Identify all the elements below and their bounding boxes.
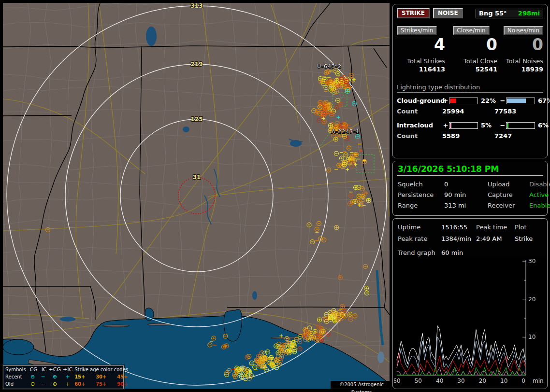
arkansas-louisiana-border	[3, 115, 72, 116]
total-strikes-value: 116413	[397, 66, 445, 73]
cg-count-label: Count	[397, 108, 442, 115]
ic-positive-bar-fill	[450, 123, 451, 128]
lake	[146, 27, 157, 46]
noises-per-min-button[interactable]: Noises/min	[504, 26, 543, 35]
old-ic-pos-icon: +	[61, 380, 72, 388]
svg-text:0: 0	[521, 378, 525, 384]
total-noises-value: 18939	[497, 66, 543, 73]
peak-time-value: 2:49 AM	[476, 235, 515, 242]
legend-col-ic-neg: -IC	[38, 366, 47, 373]
nexstorm-window: 31321912531U-643-2A-2247-1 Symbols -CG -…	[0, 0, 550, 392]
plot-mode-value: Strike	[515, 235, 543, 242]
age-90: 90+	[115, 380, 128, 388]
age-60: 60+	[72, 380, 94, 388]
copyright-notice: ©2005 Astrogenic Systems	[331, 381, 392, 389]
lake	[60, 317, 75, 322]
peak-rate-value: 1384/min	[441, 235, 476, 242]
old-ic-neg-icon: −	[38, 380, 47, 388]
ic-negative-count: 7247	[494, 132, 543, 140]
total-close-label: Total Close	[445, 57, 497, 65]
minus-sign: −	[499, 122, 506, 129]
noises-per-min-value: 0	[497, 36, 543, 54]
bearing-value: Bng 55°	[479, 10, 507, 17]
total-close-value: 52541	[445, 66, 497, 73]
distance-value: 298mi	[518, 10, 540, 17]
trend-window-value: 60 min	[441, 249, 543, 256]
stats-panel: STRIKE NOISE Bng 55° 298mi Strikes/min 4…	[392, 4, 548, 158]
svg-text:min: min	[533, 378, 544, 384]
ic-negative-pct: 6%	[535, 122, 550, 129]
old-cg-pos-icon: ⊕	[47, 380, 61, 388]
strikes-per-min-button[interactable]: Strikes/min	[397, 26, 437, 35]
cg-negative-bar	[506, 98, 535, 104]
ic-negative-bar	[506, 122, 535, 129]
range-ring-label: 219	[190, 61, 203, 68]
barrier-island	[102, 325, 130, 327]
range-ring-label: 313	[190, 3, 203, 9]
range-value: 313 mi	[444, 202, 488, 209]
cg-positive-count: 25994	[442, 108, 494, 115]
svg-text:40: 40	[436, 378, 443, 384]
map-area: 31321912531U-643-2A-2247-1 Symbols -CG -…	[0, 0, 392, 392]
strike-legend: Symbols -CG -IC +CG +IC Strike age color…	[3, 365, 124, 389]
intracloud-label: Intracloud	[397, 122, 442, 129]
peak-rate-label: Peak rate	[398, 235, 441, 242]
legend-row-recent-label: Recent	[3, 373, 26, 380]
upload-label: Upload	[488, 181, 529, 188]
minus-sign: −	[499, 97, 506, 104]
svg-text:30: 30	[457, 378, 464, 384]
age-30: 30+	[94, 373, 115, 380]
lake	[377, 351, 384, 363]
legend-row-old-label: Old	[3, 380, 26, 388]
cg-positive-pct: 22%	[478, 97, 499, 104]
datetime-display: 3/16/2026 5:10:18 PM	[398, 164, 543, 174]
recent-ic-pos-icon: +	[61, 373, 72, 380]
session-panel: Uptime 1516:55 Peak time Plot Peak rate …	[392, 218, 548, 389]
trend-graph-label: Trend graph	[398, 249, 441, 256]
cg-negative-count: 77583	[494, 108, 543, 115]
lake-pontchartrain	[3, 339, 34, 355]
lightning-map[interactable]: 31321912531U-643-2A-2247-1	[3, 3, 390, 389]
ic-positive-bar	[449, 122, 478, 129]
cg-negative-pct: 67%	[535, 97, 550, 104]
age-75: 75+	[94, 380, 115, 388]
svg-text:30: 30	[528, 258, 536, 265]
svg-text:50: 50	[415, 378, 422, 384]
distribution-title: Lightning type distribution	[397, 84, 543, 93]
legend-col-cg-pos: +CG	[47, 366, 61, 373]
legend-col-ic-pos: +IC	[61, 366, 72, 373]
close-per-min-button[interactable]: Close/min	[453, 26, 489, 35]
squelch-value: 0	[444, 181, 488, 188]
ic-positive-count: 5589	[442, 132, 494, 140]
strike-button[interactable]: STRIKE	[397, 8, 430, 18]
legend-header-symbols: Symbols	[3, 366, 26, 373]
age-45: 45+	[115, 373, 128, 380]
range-ring-label: 31	[193, 174, 201, 181]
cg-positive-bar	[449, 98, 478, 104]
recent-cg-pos-icon: ⊕	[47, 373, 61, 380]
strikes-per-min-value: 4	[397, 36, 445, 54]
trend-graph: 1020306050403020100min	[394, 257, 546, 386]
cg-negative-bar-fill	[507, 98, 526, 103]
plot-label: Plot	[515, 224, 543, 231]
legend-header-age: Strike age color codes	[72, 366, 128, 373]
svg-text:10: 10	[528, 334, 536, 340]
storm-cell-label: U-643-2	[317, 63, 342, 70]
ic-count-label: Count	[397, 132, 442, 140]
total-strikes-label: Total Strikes	[397, 57, 445, 65]
uptime-value: 1516:55	[441, 224, 476, 231]
cloud-ground-label: Cloud-ground	[397, 97, 442, 104]
age-15: 15+	[72, 373, 94, 380]
ic-positive-pct: 5%	[478, 122, 499, 129]
svg-text:20: 20	[528, 296, 536, 303]
receiver-label: Receiver	[488, 202, 529, 209]
lake	[252, 291, 257, 300]
noise-button[interactable]: NOISE	[433, 8, 463, 18]
storm-cell-label: A-2247-1	[332, 128, 360, 135]
peak-time-label: Peak time	[476, 224, 515, 231]
legend-col-cg-neg: -CG	[26, 366, 37, 373]
recent-cg-neg-icon: ⊖	[26, 373, 37, 380]
status-panel: 3/16/2026 5:10:18 PM Squelch 0 Upload Di…	[392, 161, 548, 216]
svg-text:20: 20	[479, 378, 486, 384]
plus-sign: +	[442, 97, 449, 104]
